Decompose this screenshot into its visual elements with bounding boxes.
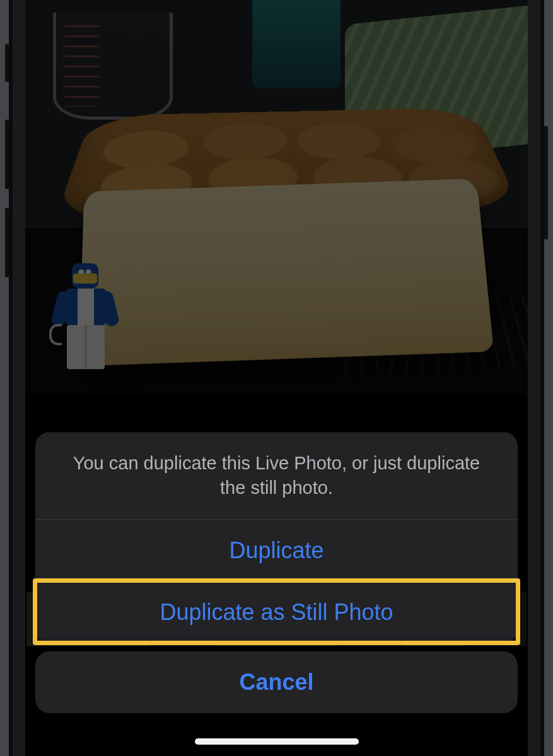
cancel-button[interactable]: Cancel (35, 651, 518, 713)
home-indicator[interactable] (195, 738, 359, 745)
side-power-button (544, 126, 548, 239)
action-sheet: You can duplicate this Live Photo, or ju… (35, 432, 518, 713)
volume-up-button (5, 120, 9, 189)
action-sheet-cancel-group: Cancel (35, 651, 518, 713)
action-sheet-group: You can duplicate this Live Photo, or ju… (35, 432, 518, 643)
duplicate-as-still-photo-button[interactable]: Duplicate as Still Photo (35, 581, 518, 643)
duplicate-button[interactable]: Duplicate (35, 519, 518, 581)
volume-down-button (5, 208, 9, 277)
action-sheet-message: You can duplicate this Live Photo, or ju… (35, 432, 518, 519)
screen: You can duplicate this Live Photo, or ju… (25, 0, 528, 756)
ringer-switch (5, 44, 9, 82)
phone-frame: You can duplicate this Live Photo, or ju… (0, 0, 553, 756)
